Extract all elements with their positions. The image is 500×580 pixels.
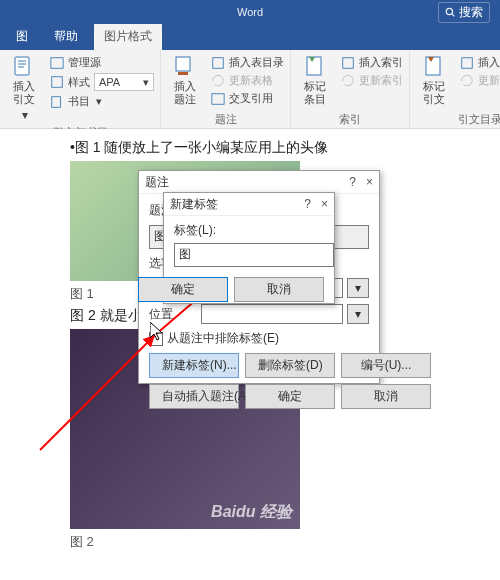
update-index-button[interactable]: 更新索引 — [339, 72, 405, 89]
svg-rect-15 — [426, 57, 440, 75]
chevron-down-icon[interactable]: ▾ — [347, 304, 369, 324]
toa-insert-icon — [460, 56, 474, 70]
insert-citation-label: 插入引文 — [8, 80, 40, 106]
chevron-down-icon: ▾ — [22, 108, 28, 122]
new-label-dialog-title: 新建标签 — [170, 196, 218, 213]
ribbon: 插入引文 ▾ 管理源 样式 APA▾ 书目▾ — [0, 50, 500, 129]
svg-rect-7 — [52, 77, 63, 88]
caption-cancel-button[interactable]: 取消 — [341, 384, 431, 409]
group-toa-label: 引文目录 — [414, 111, 500, 128]
app-title: Word — [237, 6, 263, 18]
fig-toc-icon — [211, 56, 225, 70]
doc-line-1: •图 1 随便放上了一张小编某应用上的头像 — [70, 139, 500, 157]
svg-rect-10 — [178, 72, 188, 75]
group-toa: 标记引文 插入引文目录 更新引文目录 引文目录 — [410, 50, 500, 128]
update-index-icon — [341, 74, 355, 88]
insert-toa-button[interactable]: 插入引文目录 — [458, 54, 500, 71]
new-label-cancel-button[interactable]: 取消 — [234, 277, 324, 302]
watermark: Baidu 经验 — [211, 502, 292, 523]
crossref-button[interactable]: 交叉引用 — [209, 90, 286, 107]
mark-citation-label: 标记引文 — [418, 80, 450, 106]
update-toa-button[interactable]: 更新引文目录 — [458, 72, 500, 89]
group-caption: 插入题注 插入表目录 更新表格 交叉引用 题注 — [161, 50, 291, 128]
svg-rect-6 — [51, 57, 63, 68]
update-icon — [211, 74, 225, 88]
toa-update-icon — [460, 74, 474, 88]
style-icon — [50, 75, 64, 89]
index-icon — [341, 56, 355, 70]
search-icon — [445, 7, 455, 17]
insert-caption-label: 插入题注 — [169, 80, 201, 106]
svg-rect-16 — [462, 57, 473, 68]
style-select[interactable]: APA▾ — [94, 73, 154, 91]
svg-rect-14 — [343, 57, 354, 68]
svg-rect-2 — [15, 57, 29, 75]
svg-rect-12 — [212, 93, 224, 104]
mark-entry-label: 标记条目 — [299, 80, 331, 106]
exclude-label-text: 从题注中排除标签(E) — [167, 330, 279, 347]
tab-help[interactable]: 帮助 — [44, 23, 88, 50]
svg-rect-8 — [52, 96, 61, 107]
mark-icon — [303, 54, 327, 78]
svg-rect-11 — [213, 57, 224, 68]
sources-icon — [50, 56, 64, 70]
mark-citation-button[interactable]: 标记引文 — [414, 52, 454, 108]
svg-rect-13 — [307, 57, 321, 75]
update-table-button[interactable]: 更新表格 — [209, 72, 286, 89]
chevron-down-icon[interactable]: ▾ — [347, 278, 369, 298]
figure-caption-2: 图 2 — [70, 533, 500, 551]
tab-picture-format[interactable]: 图片格式 — [94, 23, 162, 50]
auto-caption-button[interactable]: 自动插入题注(A)... — [149, 384, 239, 409]
crossref-icon — [211, 92, 225, 106]
numbering-button[interactable]: 编号(U)... — [341, 353, 431, 378]
manage-sources-button[interactable]: 管理源 — [48, 54, 156, 71]
ribbon-tabs: 图 帮助 图片格式 — [0, 24, 500, 50]
bibliography-button[interactable]: 书目▾ — [48, 93, 156, 110]
group-index-label: 索引 — [295, 111, 405, 128]
insert-caption-button[interactable]: 插入题注 — [165, 52, 205, 108]
search-box[interactable]: 搜索 — [438, 2, 490, 23]
svg-rect-9 — [176, 57, 190, 71]
caption-dialog-title: 题注 — [145, 174, 169, 191]
insert-fig-toc-button[interactable]: 插入表目录 — [209, 54, 286, 71]
tab-picture[interactable]: 图 — [6, 23, 38, 50]
search-placeholder: 搜索 — [459, 4, 483, 21]
exclude-label-checkbox[interactable] — [149, 332, 163, 346]
help-icon[interactable]: ? — [304, 197, 311, 211]
new-label-input[interactable]: 图 — [174, 243, 334, 267]
close-icon[interactable]: × — [366, 175, 373, 189]
group-index: 标记条目 插入索引 更新索引 索引 — [291, 50, 410, 128]
delete-label-button[interactable]: 删除标签(D) — [245, 353, 335, 378]
caption-ok-button[interactable]: 确定 — [245, 384, 335, 409]
new-label-ok-button[interactable]: 确定 — [138, 277, 228, 302]
group-caption-label: 题注 — [165, 111, 286, 128]
mark-entry-button[interactable]: 标记条目 — [295, 52, 335, 108]
svg-line-1 — [452, 14, 455, 17]
close-icon[interactable]: × — [321, 197, 328, 211]
caption-icon — [173, 54, 197, 78]
insert-citation-button[interactable]: 插入引文 ▾ — [4, 52, 44, 124]
help-icon[interactable]: ? — [349, 175, 356, 189]
style-selector[interactable]: 样式 APA▾ — [48, 72, 156, 92]
citation-icon — [12, 54, 36, 78]
svg-point-0 — [446, 8, 452, 14]
toa-icon — [422, 54, 446, 78]
title-bar: Word 搜索 — [0, 0, 500, 24]
insert-index-button[interactable]: 插入索引 — [339, 54, 405, 71]
new-label-button[interactable]: 新建标签(N)... — [149, 353, 239, 378]
new-label-dialog: 新建标签 ? × 标签(L): 图 确定 取消 — [163, 192, 335, 304]
position-label: 位置 — [149, 306, 197, 323]
bibliography-icon — [50, 95, 64, 109]
group-citation: 插入引文 ▾ 管理源 样式 APA▾ 书目▾ — [0, 50, 161, 128]
new-label-label: 标签(L): — [174, 223, 216, 237]
